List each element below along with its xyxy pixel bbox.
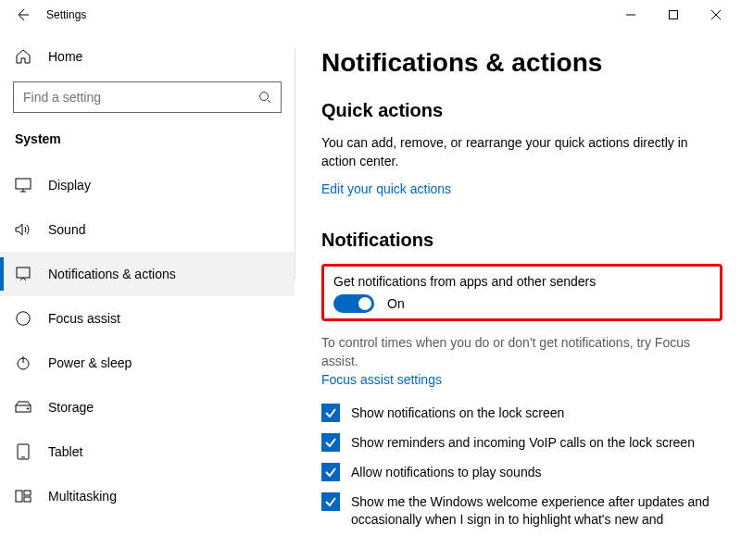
notifications-icon [15, 267, 31, 281]
svg-rect-2 [16, 179, 31, 189]
titlebar: Settings [0, 0, 741, 30]
check-label: Allow notifications to play sounds [351, 463, 541, 481]
minimize-icon [626, 10, 635, 19]
edit-quick-actions-link[interactable]: Edit your quick actions [321, 181, 451, 196]
check-label: Show reminders and incoming VoIP calls o… [351, 433, 695, 452]
sidebar-item-storage[interactable]: Storage [0, 385, 295, 429]
svg-rect-3 [17, 268, 30, 278]
sidebar-item-tablet[interactable]: Tablet [0, 429, 295, 474]
page-title: Notifications & actions [321, 48, 722, 78]
svg-point-6 [27, 408, 28, 409]
svg-rect-10 [24, 497, 31, 502]
quick-actions-heading: Quick actions [321, 100, 722, 121]
nav-label: Sound [48, 222, 85, 237]
check-row: Allow notifications to play sounds [321, 463, 722, 481]
multitasking-icon [15, 490, 31, 503]
home-label: Home [48, 49, 82, 64]
sidebar-item-multitasking[interactable]: Multitasking [0, 474, 295, 518]
tablet-icon [15, 443, 31, 460]
minimize-button[interactable] [609, 0, 652, 30]
close-button[interactable] [695, 0, 737, 30]
storage-icon [15, 401, 31, 414]
sound-icon [15, 222, 31, 237]
nav-label: Power & sleep [48, 355, 132, 370]
nav-label: Storage [48, 400, 94, 415]
svg-rect-8 [16, 491, 22, 502]
focus-caption: To control times when you do or don't ge… [321, 334, 722, 370]
search-box[interactable] [13, 81, 282, 113]
quick-actions-desc: You can add, remove, or rearrange your q… [321, 134, 722, 170]
arrow-left-icon [15, 7, 30, 22]
nav-label: Notifications & actions [48, 267, 176, 281]
check-label: Show me the Windows welcome experience a… [351, 492, 722, 529]
svg-rect-9 [24, 491, 31, 495]
home-icon [15, 48, 31, 65]
svg-point-1 [260, 93, 269, 101]
notifications-heading: Notifications [321, 230, 722, 251]
nav-label: Focus assist [48, 311, 120, 326]
focus-assist-link[interactable]: Focus assist settings [321, 372, 442, 387]
checkbox-welcome[interactable] [321, 492, 340, 511]
checkbox-sounds[interactable] [321, 463, 340, 481]
close-icon [711, 10, 721, 19]
main-panel: Notifications & actions Quick actions Yo… [295, 30, 741, 560]
check-row: Show me the Windows welcome experience a… [321, 492, 722, 529]
check-list: Show notifications on the lock screen Sh… [321, 404, 722, 529]
category-label: System [0, 126, 295, 163]
back-button[interactable] [4, 0, 41, 30]
nav-label: Multitasking [48, 489, 117, 504]
display-icon [15, 178, 31, 193]
search-input[interactable] [23, 90, 258, 105]
search-icon [258, 91, 271, 104]
home-nav[interactable]: Home [0, 39, 295, 74]
sidebar-item-power-sleep[interactable]: Power & sleep [0, 341, 295, 385]
focus-assist-icon [15, 311, 31, 326]
window-controls [609, 0, 737, 30]
check-row: Show reminders and incoming VoIP calls o… [321, 433, 722, 452]
check-icon [324, 466, 337, 479]
get-notifications-label: Get notifications from apps and other se… [333, 274, 710, 289]
highlight-box: Get notifications from apps and other se… [321, 264, 722, 321]
checkbox-lock-screen[interactable] [321, 404, 340, 422]
checkbox-voip[interactable] [321, 433, 340, 452]
check-label: Show notifications on the lock screen [351, 404, 564, 422]
nav-label: Display [48, 178, 91, 193]
check-row: Show notifications on the lock screen [321, 404, 722, 422]
sidebar-item-notifications[interactable]: Notifications & actions [0, 252, 295, 296]
check-icon [324, 436, 337, 449]
sidebar-item-focus-assist[interactable]: Focus assist [0, 296, 295, 341]
check-icon [324, 495, 337, 508]
nav-label: Tablet [48, 444, 82, 459]
check-icon [324, 406, 337, 419]
notifications-toggle[interactable] [333, 294, 374, 313]
window-title: Settings [46, 8, 86, 21]
nav-list: Display Sound Notifications & actions [0, 163, 295, 518]
sidebar: Home System Display [0, 30, 295, 560]
sidebar-item-display[interactable]: Display [0, 163, 295, 207]
toggle-state-label: On [387, 296, 405, 311]
sidebar-item-sound[interactable]: Sound [0, 207, 295, 252]
power-icon [15, 355, 31, 370]
maximize-icon [669, 10, 678, 19]
svg-rect-0 [670, 11, 678, 19]
maximize-button[interactable] [652, 0, 695, 30]
